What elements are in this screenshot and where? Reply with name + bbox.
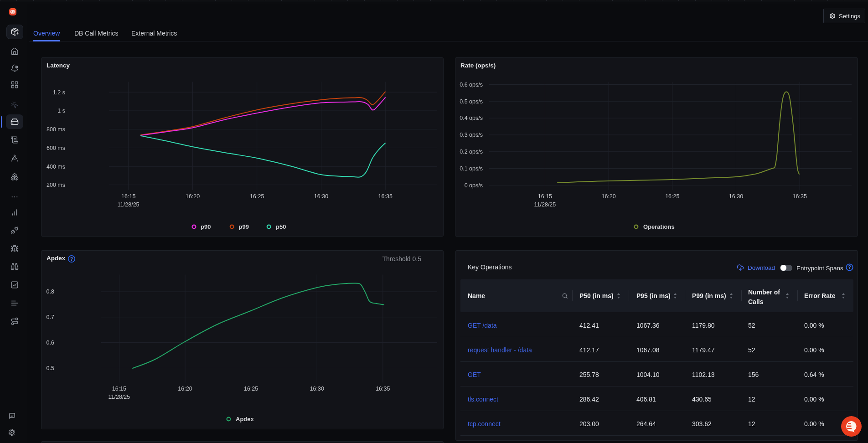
svg-text:11/28/25: 11/28/25 xyxy=(118,201,140,208)
svg-text:0.6 ops/s: 0.6 ops/s xyxy=(460,82,483,88)
svg-text:p99: p99 xyxy=(239,223,249,230)
svg-text:0.8: 0.8 xyxy=(46,288,54,295)
svg-text:16:30: 16:30 xyxy=(310,386,324,392)
svg-text:0.6: 0.6 xyxy=(46,340,54,346)
svg-text:1.2 s: 1.2 s xyxy=(53,89,65,96)
svg-text:0 ops/s: 0 ops/s xyxy=(465,182,483,189)
svg-text:16:15: 16:15 xyxy=(112,386,126,392)
svg-text:Apdex: Apdex xyxy=(236,416,254,422)
svg-text:400 ms: 400 ms xyxy=(46,164,65,170)
svg-text:Operations: Operations xyxy=(643,223,675,230)
svg-text:16:20: 16:20 xyxy=(186,193,200,200)
svg-text:800 ms: 800 ms xyxy=(46,126,65,133)
svg-text:16:35: 16:35 xyxy=(376,386,390,392)
svg-text:11/28/25: 11/28/25 xyxy=(534,201,556,208)
svg-text:p90: p90 xyxy=(201,223,211,230)
svg-text:1 s: 1 s xyxy=(57,108,65,114)
svg-text:16:15: 16:15 xyxy=(538,193,552,200)
svg-text:600 ms: 600 ms xyxy=(46,145,65,151)
svg-text:16:30: 16:30 xyxy=(314,193,328,200)
svg-text:0.7: 0.7 xyxy=(46,314,54,320)
svg-text:200 ms: 200 ms xyxy=(46,182,65,188)
svg-text:16:15: 16:15 xyxy=(121,193,135,200)
svg-text:0.1 ops/s: 0.1 ops/s xyxy=(460,165,483,172)
svg-text:16:25: 16:25 xyxy=(244,386,258,392)
svg-text:0.4 ops/s: 0.4 ops/s xyxy=(460,115,483,121)
svg-text:0.3 ops/s: 0.3 ops/s xyxy=(460,132,483,138)
svg-text:16:25: 16:25 xyxy=(250,193,264,200)
svg-text:16:35: 16:35 xyxy=(793,193,807,200)
svg-text:16:20: 16:20 xyxy=(601,193,615,200)
svg-text:?: ? xyxy=(70,256,73,262)
svg-text:p50: p50 xyxy=(276,223,286,230)
svg-text:0.5: 0.5 xyxy=(46,365,54,371)
svg-text:16:20: 16:20 xyxy=(178,386,192,392)
svg-text:11/28/25: 11/28/25 xyxy=(108,394,130,400)
svg-text:16:30: 16:30 xyxy=(729,193,743,200)
svg-text:?: ? xyxy=(848,264,851,270)
svg-text:16:25: 16:25 xyxy=(665,193,679,200)
svg-text:16:35: 16:35 xyxy=(378,193,393,200)
svg-text:0.2 ops/s: 0.2 ops/s xyxy=(460,149,483,155)
svg-text:0.5 ops/s: 0.5 ops/s xyxy=(460,98,483,105)
